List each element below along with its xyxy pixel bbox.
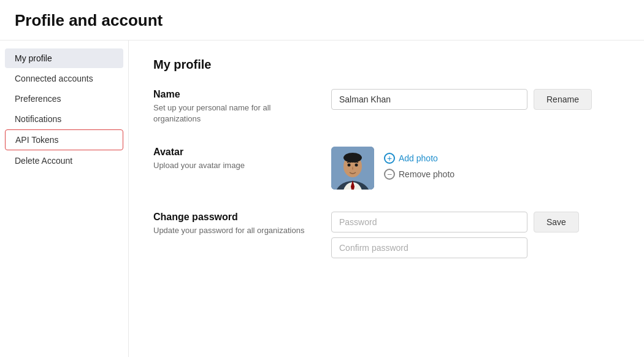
sidebar-item-api-tokens[interactable]: API Tokens [5,129,123,150]
svg-point-6 [348,164,351,167]
avatar-field-row: Avatar Upload your avatar image [153,147,619,190]
section-title: My profile [153,58,619,72]
confirm-password-input[interactable] [331,237,527,258]
avatar-label: Avatar [153,147,319,158]
avatar-actions: + Add photo − Remove photo [384,153,454,180]
name-controls: Rename [331,89,619,110]
layout: My profile Connected accounts Preference… [0,40,644,357]
avatar-image [331,147,374,190]
remove-photo-button[interactable]: − Remove photo [384,169,454,180]
password-controls: Save [331,212,619,258]
name-input[interactable] [331,89,527,110]
add-photo-button[interactable]: + Add photo [384,153,454,164]
sidebar-item-notifications[interactable]: Notifications [5,109,123,129]
page-title: Profile and account [15,11,629,30]
password-label: Change password [153,212,319,223]
sidebar-item-my-profile[interactable]: My profile [5,48,123,68]
svg-point-5 [343,153,362,163]
svg-point-7 [355,164,358,167]
remove-photo-icon: − [384,169,395,180]
password-field-row: Change password Update your password for… [153,212,619,258]
save-button[interactable]: Save [534,212,579,232]
rename-button[interactable]: Rename [534,89,592,110]
sidebar-item-delete-account[interactable]: Delete Account [5,151,123,171]
name-label: Name [153,89,319,100]
password-description: Update your password for all organizatio… [153,225,319,236]
add-photo-label: Add photo [399,153,438,163]
avatar-controls: + Add photo − Remove photo [331,147,619,190]
password-fields: Save [331,212,619,258]
sidebar-item-connected-accounts[interactable]: Connected accounts [5,69,123,88]
remove-photo-label: Remove photo [399,169,454,179]
main-content: My profile Name Set up your personal nam… [129,40,644,357]
password-input[interactable] [331,212,527,232]
name-description: Set up your personal name for all organi… [153,102,319,125]
confirm-password-row [331,237,619,258]
add-photo-icon: + [384,153,395,164]
sidebar-item-preferences[interactable]: Preferences [5,89,123,109]
password-label-col: Change password Update your password for… [153,212,331,236]
password-row: Save [331,212,619,232]
avatar-section: + Add photo − Remove photo [331,147,454,190]
page-header: Profile and account [0,0,644,40]
sidebar: My profile Connected accounts Preference… [0,40,129,357]
name-field-row: Name Set up your personal name for all o… [153,89,619,125]
avatar-description: Upload your avatar image [153,160,319,171]
name-label-col: Name Set up your personal name for all o… [153,89,331,125]
avatar-label-col: Avatar Upload your avatar image [153,147,331,171]
